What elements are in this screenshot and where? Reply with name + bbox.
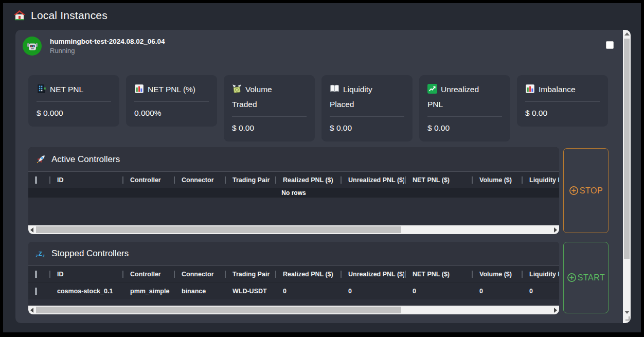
active-controllers-header: Active Controllers <box>28 147 559 171</box>
scroll-left-arrow-icon[interactable] <box>30 227 33 233</box>
stopped-table-body <box>28 299 559 306</box>
scroll-right-arrow-icon[interactable] <box>554 308 557 313</box>
house-icon <box>13 9 26 22</box>
scroll-up-arrow-icon[interactable] <box>624 32 630 36</box>
vertical-scroll-thumb[interactable] <box>624 39 630 259</box>
divider <box>134 101 209 102</box>
stopped-table-horizontal-scrollbar[interactable] <box>28 306 559 314</box>
metric-card-imbalance: Imbalance $ 0.00 <box>517 75 608 127</box>
divider <box>427 116 502 117</box>
active-table-horizontal-scrollbar[interactable] <box>28 225 559 234</box>
metric-label: Imbalance <box>525 82 600 97</box>
column-header-controller[interactable]: Controller <box>122 271 173 278</box>
money-wings-icon <box>232 84 242 94</box>
metric-card-unrealized-pnl: Unrealized PNL $ 0.00 <box>419 75 510 141</box>
divider <box>232 116 307 117</box>
active-controllers-panel: Active Controllers ID Controller Connect… <box>28 147 559 234</box>
metric-card-net-pnl: NET PNL $ 0.000 <box>28 75 119 127</box>
column-header-net-pnl[interactable]: NET PNL ($) <box>404 271 471 278</box>
divider <box>37 101 111 102</box>
page-title: Local Instances <box>31 9 108 22</box>
open-book-icon <box>330 84 339 94</box>
svg-text:z: z <box>43 253 45 258</box>
resize-grip-icon[interactable] <box>625 316 630 321</box>
metric-value: $ 0.00 <box>330 122 404 134</box>
column-header-controller[interactable]: Controller <box>122 176 173 184</box>
column-header-realized-pnl[interactable]: Realized PNL ($) <box>275 271 340 278</box>
chart-up-icon <box>427 84 437 94</box>
scroll-right-arrow-icon[interactable] <box>554 227 557 233</box>
svg-text:Z: Z <box>39 250 42 256</box>
select-all-checkbox[interactable] <box>35 271 37 278</box>
instance-header: hummingbot-test-2024.08.02_06.04 Running <box>23 37 165 56</box>
metric-value: $ 0.00 <box>232 122 307 134</box>
column-header-volume[interactable]: Volume ($) <box>471 176 521 184</box>
column-header-volume[interactable]: Volume ($) <box>471 271 521 278</box>
divider <box>330 116 404 117</box>
column-header-trading-pair[interactable]: Trading Pair <box>224 176 275 184</box>
instance-status: Running <box>50 47 165 55</box>
sleep-zzz-icon: zZz <box>35 249 46 259</box>
metric-card-liquidity-placed: Liquidity Placed $ 0.00 <box>321 75 413 141</box>
start-button-label: START <box>578 273 605 282</box>
metric-value: $ 0.00 <box>525 108 600 119</box>
stop-button-label: STOP <box>580 186 603 196</box>
instance-card: hummingbot-test-2024.08.02_06.04 Running… <box>15 30 631 323</box>
row-cell-liquidity: 0 <box>521 288 559 295</box>
active-table-body <box>28 198 559 225</box>
select-all-checkbox[interactable] <box>35 176 37 184</box>
stopped-controllers-title: Stopped Controllers <box>51 249 129 259</box>
row-cell-controller: pmm_simple <box>122 288 173 295</box>
metric-label: NET PNL (%) <box>134 82 209 97</box>
column-header-net-pnl[interactable]: NET PNL ($) <box>404 176 471 184</box>
column-header-liquidity[interactable]: Liquidity P <box>521 271 559 278</box>
row-cell-volume: 0 <box>471 288 521 295</box>
stopped-table-header: ID Controller Connector Trading Pair Rea… <box>28 265 559 282</box>
metric-value: $ 0.00 <box>427 122 502 134</box>
column-header-id[interactable]: ID <box>49 271 122 278</box>
app-header: Local Instances <box>13 9 108 22</box>
metric-label: NET PNL <box>37 82 111 97</box>
start-button[interactable]: START <box>563 242 609 313</box>
column-header-liquidity[interactable]: Liquidity P <box>521 176 559 184</box>
row-checkbox[interactable] <box>35 288 37 295</box>
card-vertical-scrollbar[interactable] <box>623 30 631 323</box>
bar-chart-icon <box>525 84 535 94</box>
bar-chart-icon <box>134 84 144 94</box>
divider <box>525 101 600 102</box>
header-cell-select <box>28 271 49 278</box>
svg-text:z: z <box>36 253 38 258</box>
stopped-controllers-panel: zZz Stopped Controllers ID Controller Co… <box>28 242 559 314</box>
metric-label-text: NET PNL (%) <box>148 85 195 94</box>
bank-icon <box>37 84 46 94</box>
stopped-controllers-header: zZz Stopped Controllers <box>28 242 559 265</box>
horizontal-scroll-thumb[interactable] <box>36 307 401 313</box>
column-header-unrealized-pnl[interactable]: Unrealized PNL ($) <box>340 176 404 184</box>
metric-label: Volume Traded <box>232 82 290 112</box>
metric-label: Liquidity Placed <box>330 82 387 112</box>
column-header-connector[interactable]: Connector <box>173 176 224 184</box>
metric-label-text: NET PNL <box>50 85 83 94</box>
page-background: Local Instances hummingbot-test-2024.08.… <box>3 3 641 332</box>
scroll-left-arrow-icon[interactable] <box>30 308 33 313</box>
instance-name: hummingbot-test-2024.08.02_06.04 <box>50 38 165 45</box>
instance-select-checkbox[interactable] <box>606 41 614 49</box>
scroll-down-arrow-icon[interactable] <box>624 311 630 314</box>
column-header-connector[interactable]: Connector <box>173 271 224 278</box>
column-header-realized-pnl[interactable]: Realized PNL ($) <box>275 176 340 184</box>
column-header-unrealized-pnl[interactable]: Unrealized PNL ($) <box>340 271 404 278</box>
active-table-header: ID Controller Connector Trading Pair Rea… <box>28 171 559 188</box>
column-header-trading-pair[interactable]: Trading Pair <box>224 271 275 278</box>
instance-title-block: hummingbot-test-2024.08.02_06.04 Running <box>50 38 165 55</box>
metrics-row: NET PNL $ 0.000 NET PNL (%) 0.000% Volum… <box>28 75 608 141</box>
stop-button[interactable]: STOP <box>563 148 609 233</box>
metric-card-volume-traded: Volume Traded $ 0.00 <box>224 75 315 141</box>
table-row[interactable]: cosmos-stock_0.1 pmm_simple binance WLD-… <box>28 282 559 299</box>
row-cell-realized-pnl: 0 <box>275 288 340 295</box>
row-cell-id: cosmos-stock_0.1 <box>49 288 122 295</box>
row-cell-unrealized-pnl: 0 <box>340 288 404 295</box>
horizontal-scroll-thumb[interactable] <box>36 226 401 233</box>
column-header-id[interactable]: ID <box>49 176 122 184</box>
header-cell-select <box>28 176 49 184</box>
metric-label: Unrealized PNL <box>427 82 485 112</box>
